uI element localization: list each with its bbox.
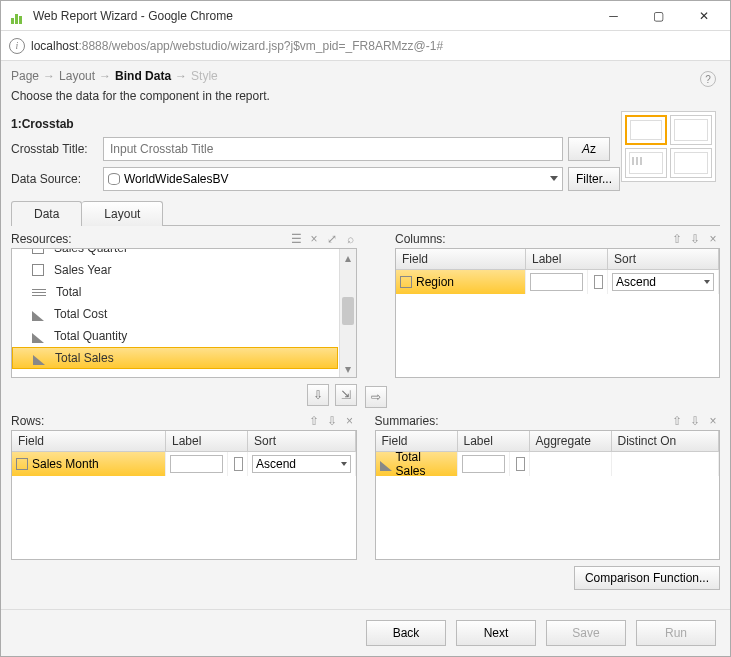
sum-label-header[interactable]: Label	[458, 431, 530, 452]
close-button[interactable]: ✕	[681, 2, 726, 30]
columns-title: Columns:	[395, 232, 670, 246]
list-item[interactable]: Sales Quarter	[54, 248, 128, 255]
list-item[interactable]: Total Quantity	[54, 329, 127, 343]
checkbox[interactable]	[516, 457, 525, 471]
save-button: Save	[546, 620, 626, 646]
next-button[interactable]: Next	[456, 620, 536, 646]
crumb-style: Style	[191, 69, 218, 83]
sum-dist-header[interactable]: Distinct On	[612, 431, 720, 452]
font-button[interactable]: Az	[568, 137, 610, 161]
move-diag-button[interactable]: ⇲	[335, 384, 357, 406]
sum-agg-header[interactable]: Aggregate	[530, 431, 612, 452]
filter-button[interactable]: Filter...	[568, 167, 620, 191]
remove-icon[interactable]: ×	[343, 414, 357, 428]
move-down-button[interactable]: ⇩	[307, 384, 329, 406]
window-title: Web Report Wizard - Google Chrome	[33, 9, 591, 23]
col-sort-header[interactable]: Sort	[608, 249, 719, 270]
chevron-down-icon	[341, 462, 347, 466]
row-label-header[interactable]: Label	[166, 431, 248, 452]
table-row[interactable]: Sales Month Ascend	[12, 452, 356, 476]
rows-grid: Field Label Sort Sales Month Ascend	[11, 430, 357, 560]
instruction-text: Choose the data for the component in the…	[11, 89, 720, 103]
maximize-button[interactable]: ▢	[636, 2, 681, 30]
titlebar: Web Report Wizard - Google Chrome ─ ▢ ✕	[1, 1, 730, 31]
cell-field: Total Sales	[396, 450, 453, 478]
move-up-icon[interactable]: ⇧	[670, 232, 684, 246]
table-row[interactable]: Region Ascend	[396, 270, 719, 294]
row-field-header[interactable]: Field	[12, 431, 166, 452]
address-bar: i localhost:8888/webos/app/webstudio/wiz…	[1, 31, 730, 61]
row-sort-header[interactable]: Sort	[248, 431, 356, 452]
thumb-1[interactable]	[625, 115, 667, 145]
checkbox[interactable]	[594, 275, 603, 289]
thumb-3[interactable]	[625, 148, 667, 178]
search-icon[interactable]: ⌕	[343, 232, 357, 246]
breadcrumb: Page → Layout → Bind Data → Style	[11, 69, 720, 83]
chevron-right-icon: →	[99, 69, 111, 83]
chevron-down-icon	[704, 280, 710, 284]
transfer-arrows: ⇨	[365, 232, 387, 412]
tab-data[interactable]: Data	[11, 201, 82, 226]
footer: Back Next Save Run	[1, 609, 730, 656]
crumb-page[interactable]: Page	[11, 69, 39, 83]
chevron-right-icon: →	[175, 69, 187, 83]
tree-collapse-icon[interactable]: ☰	[289, 232, 303, 246]
label-input[interactable]	[462, 455, 505, 473]
remove-icon[interactable]: ×	[706, 414, 720, 428]
sum-field-header[interactable]: Field	[376, 431, 458, 452]
list-item[interactable]: Total Cost	[54, 307, 107, 321]
thumb-4[interactable]	[670, 148, 712, 178]
remove-icon[interactable]: ×	[706, 232, 720, 246]
move-up-icon[interactable]: ⇧	[670, 414, 684, 428]
scroll-down-icon[interactable]: ▾	[340, 360, 356, 377]
crumb-layout[interactable]: Layout	[59, 69, 95, 83]
crosstab-title-input[interactable]	[103, 137, 563, 161]
thumb-2[interactable]	[670, 115, 712, 145]
label-input[interactable]	[530, 273, 583, 291]
rows-title: Rows:	[11, 414, 307, 428]
remove-icon[interactable]: ×	[307, 232, 321, 246]
move-down-icon[interactable]: ⇩	[688, 414, 702, 428]
data-source-label: Data Source:	[11, 172, 103, 186]
resources-list[interactable]: Sales Quarter Sales Year Total Total Cos…	[11, 248, 357, 378]
window: Web Report Wizard - Google Chrome ─ ▢ ✕ …	[0, 0, 731, 657]
minimize-button[interactable]: ─	[591, 2, 636, 30]
tab-layout[interactable]: Layout	[82, 201, 163, 226]
back-button[interactable]: Back	[366, 620, 446, 646]
scroll-up-icon[interactable]: ▴	[340, 249, 356, 266]
section-title: 1:Crosstab	[11, 117, 720, 131]
scrollbar[interactable]: ▴ ▾	[339, 249, 356, 377]
help-button[interactable]: ?	[700, 71, 716, 87]
content: ? Page → Layout → Bind Data → Style Choo…	[1, 61, 730, 609]
sort-select[interactable]: Ascend	[612, 273, 714, 291]
col-label-header[interactable]: Label	[526, 249, 608, 270]
col-field-header[interactable]: Field	[396, 249, 526, 270]
checkbox[interactable]	[234, 457, 243, 471]
chevron-down-icon	[550, 176, 558, 181]
crosstab-title-label: Crosstab Title:	[11, 142, 103, 156]
comparison-function-button[interactable]: Comparison Function...	[574, 566, 720, 590]
datasource-icon	[108, 173, 120, 185]
move-right-button[interactable]: ⇨	[365, 386, 387, 408]
move-down-icon[interactable]: ⇩	[688, 232, 702, 246]
url-path: :8888/webos/app/webstudio/wizard.jsp?j$v…	[78, 39, 443, 53]
resources-title: Resources:	[11, 232, 289, 246]
data-source-value: WorldWideSalesBV	[124, 172, 228, 186]
list-item[interactable]: Total Sales	[55, 351, 114, 365]
site-info-icon[interactable]: i	[9, 38, 25, 54]
label-input[interactable]	[170, 455, 223, 473]
sort-select[interactable]: Ascend	[252, 455, 351, 473]
data-source-select[interactable]: WorldWideSalesBV	[103, 167, 563, 191]
tabs: Data Layout	[11, 201, 720, 226]
chevron-right-icon: →	[43, 69, 55, 83]
table-row[interactable]: Total Sales	[376, 452, 720, 476]
move-down-icon[interactable]: ⇩	[325, 414, 339, 428]
scroll-thumb[interactable]	[342, 297, 354, 325]
expand-icon[interactable]: ⤢	[325, 232, 339, 246]
move-up-icon[interactable]: ⇧	[307, 414, 321, 428]
app-icon	[11, 8, 27, 24]
list-item[interactable]: Total	[56, 285, 81, 299]
crumb-bind-data[interactable]: Bind Data	[115, 69, 171, 83]
list-item[interactable]: Sales Year	[54, 263, 111, 277]
summaries-grid: Field Label Aggregate Distinct On Total …	[375, 430, 721, 560]
